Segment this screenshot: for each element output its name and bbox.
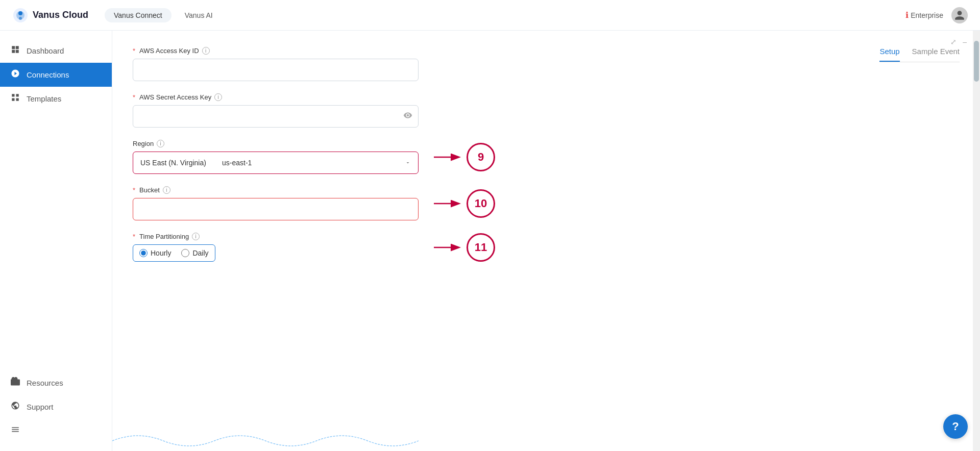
radio-hourly[interactable] — [139, 249, 148, 257]
dashboard-icon — [10, 45, 20, 57]
sidebar-item-menu[interactable] — [0, 419, 112, 443]
aws-access-key-label: * AWS Access Key ID i — [133, 47, 419, 55]
aws-access-key-field: * AWS Access Key ID i — [133, 47, 419, 81]
required-marker-2: * — [133, 93, 135, 101]
content-area: ⤢ – Setup Sample Event * AWS Access Key … — [112, 31, 980, 451]
sidebar-item-templates[interactable]: Templates — [0, 87, 112, 111]
time-partitioning-info-icon[interactable]: i — [192, 233, 200, 240]
region-label: Region i — [133, 140, 419, 147]
sidebar-item-support-label: Support — [27, 403, 54, 411]
region-info-icon[interactable]: i — [157, 140, 164, 147]
chevron-down-icon — [405, 160, 411, 166]
svg-point-2 — [18, 11, 22, 15]
time-partitioning-field: * Time Partitioning i Hourly Daily — [133, 233, 419, 262]
radio-hourly-label[interactable]: Hourly — [139, 249, 171, 257]
required-marker-4: * — [133, 233, 135, 240]
sidebar-item-templates-label: Templates — [27, 94, 61, 103]
sidebar-item-dashboard-label: Dashboard — [27, 46, 64, 55]
form-panel: ⤢ – Setup Sample Event * AWS Access Key … — [112, 31, 980, 451]
nav-tabs: Vanus Connect Vanus AI — [105, 8, 222, 22]
sidebar-item-connections-label: Connections — [27, 70, 69, 79]
region-select-wrapper: US East (N. Virginia) us-east-1 — [133, 152, 419, 174]
sidebar-item-support[interactable]: Support — [0, 395, 112, 419]
aws-access-key-info-icon[interactable]: i — [202, 47, 210, 55]
annotation-9-circle: 9 — [467, 143, 495, 171]
form-tabs: Setup Sample Event — [879, 47, 960, 62]
tab-sample-event[interactable]: Sample Event — [912, 47, 960, 62]
aws-secret-key-input[interactable] — [133, 105, 419, 128]
support-icon — [10, 401, 20, 413]
annotation-arrow-10 — [434, 196, 464, 211]
bucket-field: * Bucket i 10 — [133, 186, 419, 220]
aws-secret-key-label: * AWS Secret Access Key i — [133, 93, 419, 101]
expand-button[interactable]: ⤢ — [949, 37, 958, 47]
logo-area: Vanus Cloud — [12, 7, 88, 23]
form-section: * AWS Access Key ID i * AWS Secret Acces… — [133, 47, 419, 262]
aws-secret-key-field: * AWS Secret Access Key i — [133, 93, 419, 128]
nav-right: ℹ Enterprise — [905, 7, 968, 23]
svg-point-3 — [19, 17, 22, 20]
annotation-10-container: 10 — [434, 189, 495, 218]
radio-daily[interactable] — [181, 249, 189, 257]
nav-tab-vanus-connect[interactable]: Vanus Connect — [105, 8, 172, 22]
region-field: Region i US East (N. Virginia) us-east-1 — [133, 140, 419, 174]
time-partitioning-label: * Time Partitioning i — [133, 233, 419, 240]
bucket-info-icon[interactable]: i — [163, 186, 170, 194]
bottom-decoration — [112, 425, 980, 451]
time-partitioning-radio-group: Hourly Daily — [133, 244, 215, 262]
required-marker-3: * — [133, 186, 135, 194]
sidebar: Dashboard Connections Templates Resource… — [0, 31, 112, 451]
aws-access-key-input[interactable] — [133, 59, 419, 81]
enterprise-icon: ℹ — [905, 10, 909, 20]
enterprise-label: Enterprise — [911, 11, 943, 19]
bucket-label: * Bucket i — [133, 186, 419, 194]
sidebar-item-resources-label: Resources — [27, 379, 63, 387]
required-marker: * — [133, 47, 135, 55]
scrollbar-track — [973, 31, 980, 451]
sidebar-item-dashboard[interactable]: Dashboard — [0, 39, 112, 63]
region-value: US East (N. Virginia) us-east-1 — [140, 159, 252, 167]
minimize-button[interactable]: – — [962, 37, 968, 47]
templates-icon — [10, 93, 20, 105]
app-title: Vanus Cloud — [33, 10, 88, 20]
annotation-11-circle: 11 — [467, 233, 495, 262]
sidebar-item-connections[interactable]: Connections — [0, 63, 112, 87]
bucket-input[interactable] — [133, 198, 419, 220]
region-select[interactable]: US East (N. Virginia) us-east-1 — [133, 152, 419, 174]
annotation-9-container: 9 — [434, 143, 495, 171]
annotation-10-circle: 10 — [467, 189, 495, 218]
secret-key-input-wrapper — [133, 105, 419, 128]
logo-icon — [12, 7, 29, 23]
user-icon — [954, 10, 965, 21]
nav-tab-vanus-ai[interactable]: Vanus AI — [176, 8, 222, 22]
top-navigation: Vanus Cloud Vanus Connect Vanus AI ℹ Ent… — [0, 0, 980, 31]
aws-secret-key-info-icon[interactable]: i — [214, 93, 222, 101]
enterprise-badge: ℹ Enterprise — [905, 10, 943, 20]
radio-daily-label[interactable]: Daily — [181, 249, 208, 257]
user-avatar[interactable] — [951, 7, 968, 23]
tab-setup[interactable]: Setup — [879, 47, 899, 62]
resources-icon — [10, 377, 20, 389]
sidebar-item-resources[interactable]: Resources — [0, 371, 112, 395]
help-button[interactable]: ? — [943, 414, 968, 439]
connections-icon — [10, 69, 20, 81]
annotation-arrow-9 — [434, 149, 464, 165]
scrollbar-thumb[interactable] — [974, 41, 979, 82]
toggle-password-icon[interactable] — [403, 111, 412, 122]
menu-icon — [10, 425, 20, 437]
annotation-11-container: 11 — [434, 233, 495, 262]
main-layout: Dashboard Connections Templates Resource… — [0, 31, 980, 451]
panel-controls: ⤢ – — [949, 37, 968, 47]
annotation-arrow-11 — [434, 240, 464, 255]
